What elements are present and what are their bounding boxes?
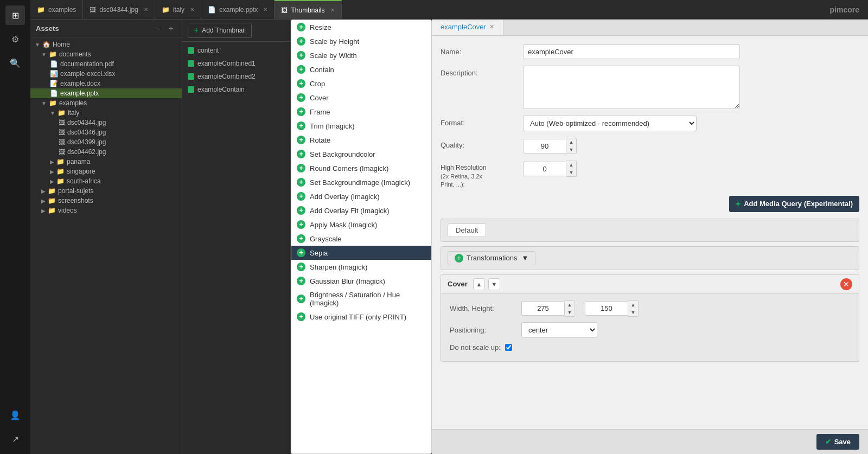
name-input[interactable] (523, 44, 740, 59)
grid-icon[interactable]: ⊞ (5, 5, 25, 25)
add-media-label: Add Media Query (Experimental) (744, 200, 853, 208)
tree-item-italy[interactable]: ▼ 📁 italy (30, 108, 182, 118)
close-tab-italy[interactable]: ✕ (190, 7, 194, 12)
menu-item-scale-height[interactable]: + Scale by Height (291, 34, 431, 48)
thumb-item-contain[interactable]: exampleContain (182, 83, 290, 96)
tab-thumbnails[interactable]: 🖼 Thumbnails ✕ (275, 0, 341, 19)
tree-item-excel[interactable]: 📊 example-excel.xlsx (30, 69, 182, 79)
menu-item-grayscale[interactable]: + Grayscale (291, 232, 431, 246)
cover-delete-btn[interactable]: ✕ (840, 278, 852, 290)
tree-item-documentation[interactable]: 📄 documentation.pdf (30, 59, 182, 69)
collapse-panel-btn[interactable]: – (152, 23, 163, 34)
tree-item-panama[interactable]: ▶ 📁 panama (30, 157, 182, 167)
quality-increment-btn[interactable]: ▲ (566, 138, 576, 146)
close-tab-thumbnails[interactable]: ✕ (330, 7, 335, 13)
thumb-item-content[interactable]: content (182, 44, 290, 57)
default-tab-button[interactable]: Default (448, 223, 486, 237)
body-area: Assets – + ▼ 🏠 Home ▼ 📁 documents (30, 20, 868, 454)
tree-item-documents[interactable]: ▼ 📁 documents (30, 49, 182, 59)
menu-item-brightness[interactable]: + Brightness / Saturation / Hue (Imagick… (291, 288, 431, 310)
add-thumb-plus-icon: + (194, 25, 199, 35)
menu-item-apply-mask[interactable]: + Apply Mask (Imagick) (291, 218, 431, 232)
menu-item-set-bg-image[interactable]: + Set Backgroundimage (Imagick) (291, 175, 431, 189)
tree-item-dsc04344[interactable]: 🖼 dsc04344.jpg (30, 118, 182, 127)
thumb-item-combined1[interactable]: exampleCombined1 (182, 57, 290, 70)
search-icon[interactable]: 🔍 (5, 53, 25, 73)
tree-item-dsc04346[interactable]: 🖼 dsc04346.jpg (30, 127, 182, 137)
menu-item-round-corners[interactable]: + Round Corners (Imagick) (291, 161, 431, 175)
menu-item-resize[interactable]: + Resize (291, 20, 431, 34)
menu-item-add-overlay[interactable]: + Add Overlay (Imagick) (291, 189, 431, 203)
menu-item-cover[interactable]: + Cover (291, 91, 431, 105)
tree-item-singapore[interactable]: ▶ 📁 singapore (30, 167, 182, 176)
tree-item-docx[interactable]: 📝 example.docx (30, 79, 182, 88)
menu-label-contain: Contain (310, 66, 334, 74)
menu-item-rotate[interactable]: + Rotate (291, 133, 431, 147)
gear-icon[interactable]: ⚙ (5, 29, 25, 49)
folder-videos-icon: 📁 (48, 207, 56, 214)
tab-dsc04344[interactable]: 🖼 dsc04344.jpg ✕ (83, 0, 155, 19)
close-tab-pptx[interactable]: ✕ (263, 7, 267, 12)
menu-item-crop[interactable]: + Crop (291, 76, 431, 91)
img-icon-3: 🖼 (59, 138, 65, 146)
close-content-tab[interactable]: ✕ (489, 23, 494, 30)
quality-decrement-btn[interactable]: ▼ (566, 146, 576, 154)
pimcore-logo: pimcore (830, 5, 868, 14)
high-res-decrement-btn[interactable]: ▼ (566, 169, 576, 176)
quality-input[interactable] (523, 139, 566, 154)
cover-positioning-label: Positioning: (450, 326, 515, 334)
tree-item-dsc04399[interactable]: 🖼 dsc04399.jpg (30, 137, 182, 147)
tab-thumbnails-label: Thumbnails (291, 7, 324, 14)
description-input[interactable] (523, 66, 740, 109)
expand-panel-btn[interactable]: + (165, 23, 176, 34)
arrow-out-icon[interactable]: ↗ (5, 429, 25, 449)
save-button[interactable]: ✔ Save (816, 434, 859, 450)
cover-move-up-btn[interactable]: ▲ (473, 278, 485, 290)
tab-example-pptx[interactable]: 📄 example.pptx ✕ (201, 0, 275, 19)
cover-move-down-btn[interactable]: ▼ (488, 278, 500, 290)
menu-item-gaussian-blur[interactable]: + Gaussian Blur (Imagick) (291, 274, 431, 288)
portal-label: portal-sujets (58, 187, 93, 195)
tree-item-portal-sujets[interactable]: ▶ 📁 portal-sujets (30, 186, 182, 196)
format-select[interactable]: Auto (Web-optimized - recommended) JPEG … (523, 116, 697, 131)
tree-item-videos[interactable]: ▶ 📁 videos (30, 206, 182, 215)
content-tab-example-cover[interactable]: exampleCover ✕ (432, 20, 503, 35)
home-label: Home (53, 41, 70, 48)
tree-item-home[interactable]: ▼ 🏠 Home (30, 40, 182, 49)
add-media-query-button[interactable]: + Add Media Query (Experimental) (729, 196, 859, 212)
menu-item-scale-width[interactable]: + Scale by Width (291, 48, 431, 62)
transformations-button[interactable]: + Transformations ▼ (448, 251, 535, 265)
menu-item-frame[interactable]: + Frame (291, 105, 431, 119)
tree-item-pptx[interactable]: 📄 example.pptx (30, 88, 182, 98)
tree-item-examples-folder[interactable]: ▼ 📁 examples (30, 98, 182, 108)
high-res-input[interactable] (523, 162, 566, 176)
height-increment-btn[interactable]: ▲ (628, 301, 638, 309)
user-icon[interactable]: 👤 (5, 405, 25, 425)
tab-italy[interactable]: 📁 italy ✕ (155, 0, 201, 19)
tab-examples[interactable]: 📁 examples (30, 0, 83, 19)
menu-label-round-corners: Round Corners (Imagick) (310, 164, 388, 172)
height-decrement-btn[interactable]: ▼ (628, 309, 638, 316)
tree-item-screenshots[interactable]: ▶ 📁 screenshots (30, 196, 182, 206)
menu-item-sharpen[interactable]: + Sharpen (Imagick) (291, 260, 431, 274)
width-increment-btn[interactable]: ▲ (565, 301, 575, 309)
positioning-select[interactable]: center top bottom left right (521, 322, 597, 338)
thumb-item-combined2[interactable]: exampleCombined2 (182, 70, 290, 83)
menu-item-add-overlay-fit[interactable]: + Add Overlay Fit (Imagick) (291, 203, 431, 218)
menu-item-sepia[interactable]: + Sepia (291, 246, 431, 260)
tree-item-dsc04462[interactable]: 🖼 dsc04462.jpg (30, 147, 182, 157)
menu-item-trim[interactable]: + Trim (Imagick) (291, 119, 431, 133)
close-tab-dsc04344[interactable]: ✕ (144, 7, 148, 12)
height-input[interactable] (585, 301, 628, 316)
tree-item-south-africa[interactable]: ▶ 📁 south-africa (30, 176, 182, 186)
menu-item-contain[interactable]: + Contain (291, 62, 431, 76)
transformation-dropdown-menu: + Resize + Scale by Height + Scale by Wi… (291, 20, 432, 454)
width-input[interactable] (521, 301, 565, 316)
do-not-scale-checkbox[interactable] (505, 344, 512, 351)
menu-item-set-bg-color[interactable]: + Set Backgroundcolor (291, 147, 431, 161)
expand-videos: ▶ (41, 208, 46, 214)
add-thumbnail-button[interactable]: + Add Thumbnail (188, 23, 252, 38)
width-decrement-btn[interactable]: ▼ (565, 309, 575, 316)
menu-item-use-original-tiff[interactable]: + Use original TIFF (only PRINT) (291, 310, 431, 324)
high-res-increment-btn[interactable]: ▲ (566, 161, 576, 169)
